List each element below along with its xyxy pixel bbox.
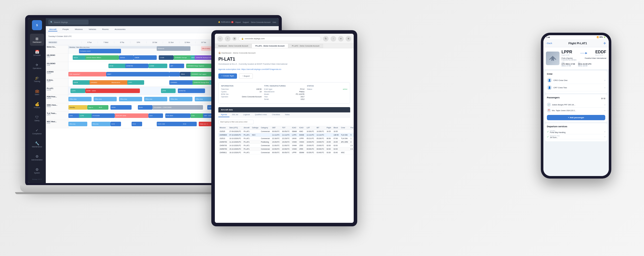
ev-lppr2[interactable]: LPPR <box>161 89 176 93</box>
browser-tab-dashboard[interactable]: Dashboard - Demo Concorde Account <box>215 44 252 48</box>
search-bar[interactable]: 🔍 Search Skylegs <box>48 20 89 25</box>
browser-refresh-btn[interactable]: ↻ <box>323 36 329 41</box>
report-btn[interactable]: Report <box>235 21 241 23</box>
user-btn[interactable]: User <box>272 21 276 23</box>
account-btn[interactable]: Demo Concorde Account <box>251 21 270 23</box>
ev-0300[interactable]: 03:00 <box>138 105 153 110</box>
browser-tabs-btn[interactable]: ⊞ <box>346 36 351 41</box>
ev-eddb[interactable]: EDDB <box>73 80 92 85</box>
ev-131m[interactable]: 1:31M <box>159 55 174 60</box>
sidebar-item-operations[interactable]: ✈ Operations <box>30 60 44 72</box>
ev-office-msc1[interactable]: Office duty <box>68 122 87 126</box>
table-row[interactable]: 23456793 11-10-2020UTC PI-LAT1 Positioni… <box>218 140 354 144</box>
sidebar-item-sales[interactable]: 💼 Sales <box>30 86 44 98</box>
browser-tab-pilat2[interactable]: PI-LAT2 - Demo Concorde Account <box>288 44 323 48</box>
table-row[interactable]: 232525 27-09-2020UTC PI-LAT1 Commercial … <box>218 130 354 133</box>
sidebar-item-schedule[interactable]: 📅 Schedule <box>30 47 44 59</box>
data-tab-notes[interactable]: Notes <box>283 112 292 117</box>
lock-icon: 🔒 <box>241 37 244 40</box>
ev-23456790[interactable]: 23456790 <box>125 64 148 68</box>
ev-232516b[interactable]: 232516 <box>119 55 134 60</box>
ev-blue1[interactable] <box>169 72 180 76</box>
ev-office4[interactable]: Office duty <box>144 97 167 101</box>
tab-vehicles[interactable]: Vehicles <box>88 28 97 31</box>
ev-lbt[interactable]: LBT <box>169 64 184 68</box>
data-tab-checklists[interactable]: Checklists <box>269 112 283 117</box>
weekend-event[interactable]: Weekend <box>157 46 190 51</box>
ev-inspection[interactable]: 10th Inspection* <box>68 72 106 76</box>
sidebar-item-training[interactable]: 🎓 Training <box>30 73 44 85</box>
table-search-input[interactable] <box>218 120 254 124</box>
browser-forward-btn[interactable]: › <box>225 36 230 41</box>
company-event[interactable]: Company event <box>79 49 121 53</box>
current-date-label: Tuesday 6 October 2020 UTC <box>48 35 72 37</box>
browser-back-btn[interactable]: ‹ <box>217 36 223 41</box>
ev-0415[interactable]: 04:15 <box>182 122 197 126</box>
ev-1554[interactable]: 15:54 <box>148 113 163 118</box>
table-row[interactable]: 23456804 07-10-2020UTC PI-LAT1 NCC 11:11… <box>218 133 354 137</box>
ev-ebkt[interactable]: EBKT <box>106 72 169 76</box>
ev-omdb[interactable]: OMDB <box>134 55 157 60</box>
crew-item-1[interactable]: 👤 CRO Crew One › <box>547 77 605 84</box>
browser-url-bar[interactable]: 🔒 concorde.skylegs.com <box>238 36 321 41</box>
table-row[interactable]: 23456811 16-10-2020UTC PI-LAT1 Commercia… <box>218 151 354 154</box>
ev-lowm[interactable]: LOWM <box>148 64 167 68</box>
ev-lppt[interactable]: LPPT <box>127 80 144 85</box>
data-tab-agenda[interactable]: Agenda <box>218 112 229 117</box>
table-row[interactable]: 23456793 14-10-2020UTC PI-LAT1 Commercia… <box>218 144 354 147</box>
browser-add-btn[interactable]: + <box>338 36 344 41</box>
ev-0140[interactable]: 01:40 <box>110 122 121 126</box>
ev-23456793[interactable]: 23456793 <box>178 89 205 93</box>
sidebar-item-compliance[interactable]: ✓ Compliance <box>30 125 44 137</box>
ev-0725[interactable]: 07:25 EDDB <box>92 113 115 118</box>
browser-share-btn[interactable]: ⊞ <box>232 37 236 41</box>
passenger-item-2[interactable]: 📍 Mrs. Taylor Jones USA 123 2... › <box>547 108 605 113</box>
ev-eddb-ukkk[interactable]: EDDB - UKKK <box>85 89 140 93</box>
slot-item[interactable]: ✓ Departure Slot Jet Sure... › <box>547 134 605 139</box>
ev-23456803[interactable]: 23456803 <box>169 80 194 85</box>
sidebar-item-safety[interactable]: 🛡 Safety <box>30 112 44 124</box>
phone-back-btn[interactable]: ‹ Back <box>546 42 552 45</box>
ev-pkna[interactable]: PKNA <box>110 105 132 110</box>
ev-office5[interactable]: Office duty <box>169 97 192 101</box>
ev-0500[interactable]: 05:00 ZBAR <box>165 113 190 118</box>
create-flight-btn[interactable]: + Create flight <box>218 73 237 79</box>
ev-office2[interactable]: Office duty <box>94 97 117 101</box>
ev-1605[interactable]: 16:05 LPPT-UKKK <box>115 113 148 118</box>
ev-0625[interactable]: 06:25 <box>98 105 108 110</box>
tab-people[interactable]: People <box>61 28 70 31</box>
sidebar-item-maintenance[interactable]: 🔧 Maintenance <box>30 138 44 150</box>
date-input[interactable]: 06/10/202 <box>48 41 58 44</box>
sidebar-item-finance[interactable]: 💰 Finance <box>30 99 44 111</box>
support-btn[interactable]: Support <box>243 21 249 23</box>
crew-item-2[interactable]: 👤 CRT Crew Two › <box>547 84 605 91</box>
ev-lcps[interactable]: LCPS <box>70 89 85 93</box>
ev-efhk[interactable]: EFHK <box>108 64 127 68</box>
ev-0410[interactable]: 04:10 <box>132 122 142 126</box>
ev-office3[interactable]: Office duty <box>119 97 142 101</box>
ev-unavail[interactable]: Unavailable - CONCORDE <box>152 105 203 110</box>
ev-office1[interactable]: Office duty <box>68 97 92 101</box>
browser-share2-btn[interactable]: ↑ <box>331 36 336 41</box>
sidebar-item-dashboard[interactable]: ⊞ Dashboard <box>30 34 44 46</box>
data-tab-ddl[interactable]: DDL list <box>229 112 240 117</box>
notifications-btn[interactable]: 🔔 Notifications 6 <box>218 21 233 23</box>
sidebar-item-administration[interactable]: ⚙ Administration <box>30 151 44 163</box>
ev-standby[interactable]: Standby <box>68 105 87 110</box>
handler-item[interactable]: ✓ Handler Porta Way Handling › <box>547 129 605 134</box>
data-tab-crews[interactable]: Qualified crews <box>252 112 269 117</box>
sidebar-item-system[interactable]: ⚙ System <box>30 164 44 177</box>
table-row[interactable]: 232513 10-10-2020UTC PI-LAT1 Commercial … <box>218 137 354 140</box>
browser-tab-pilat1[interactable]: PI-LAT1 - Demo Concorde Account <box>252 44 288 48</box>
ev-232516[interactable]: 232516 Slaven Millers <box>85 55 119 60</box>
tab-aircraft[interactable]: Aircraft <box>48 28 57 31</box>
tab-accessories[interactable]: Accessories <box>114 28 127 31</box>
add-passenger-btn[interactable]: + Add passenger <box>547 115 605 120</box>
tab-missions[interactable]: Missions <box>74 28 84 31</box>
export-btn[interactable]: ↑ Export <box>239 73 253 79</box>
passenger-item-1[interactable]: ✓ Juliano Borges PRT 345 19/... › <box>547 102 605 108</box>
data-tab-logbook[interactable]: Logbook <box>240 112 252 117</box>
ev-office-msc2[interactable]: Office duty <box>92 122 110 126</box>
table-row[interactable]: 23456793 15-10-2020UTC PI-LAT1 Commercia… <box>218 147 354 151</box>
tab-rooms[interactable]: Rooms <box>101 28 109 31</box>
